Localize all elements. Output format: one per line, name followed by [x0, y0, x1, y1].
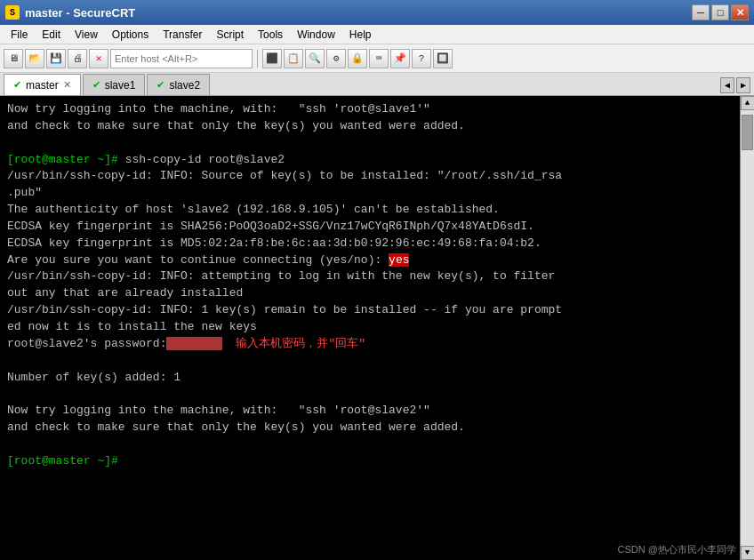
toolbar-copy-btn[interactable]: ⬛ — [262, 49, 282, 68]
toolbar-paste-btn[interactable]: 📋 — [284, 49, 303, 68]
menu-tools[interactable]: Tools — [251, 27, 290, 43]
watermark: CSDN @热心市民小李同学 — [618, 543, 736, 556]
menu-transfer[interactable]: Transfer — [156, 27, 209, 43]
tab-slave1[interactable]: ✔ slave1 — [83, 74, 146, 95]
toolbar-btn5[interactable]: ✕ — [89, 49, 108, 68]
close-button[interactable]: ✕ — [731, 4, 749, 20]
scrollbar-thumb[interactable] — [742, 115, 753, 150]
menu-view[interactable]: View — [68, 27, 105, 43]
scrollbar-down-btn[interactable]: ▼ — [741, 546, 755, 560]
maximize-button[interactable]: □ — [711, 4, 729, 20]
toolbar-btn-a[interactable]: 🔒 — [348, 49, 367, 68]
scrollbar-up-btn[interactable]: ▲ — [741, 96, 755, 110]
tab-next-btn[interactable]: ▶ — [736, 77, 750, 93]
tab-slave2[interactable]: ✔ slave2 — [147, 74, 210, 95]
tab-slave2-label: slave2 — [169, 79, 200, 92]
window-title: master - SecureCRT — [25, 6, 692, 20]
menu-bar: File Edit View Options Transfer Script T… — [0, 25, 754, 44]
toolbar-btn3[interactable]: 💾 — [46, 49, 66, 68]
minimize-button[interactable]: ─ — [692, 4, 710, 20]
toolbar-btn-e[interactable]: 🔲 — [433, 49, 453, 68]
tabs-bar: ✔ master ✕ ✔ slave1 ✔ slave2 ◀ ▶ — [0, 73, 754, 96]
toolbar-open-btn[interactable]: 📂 — [25, 49, 44, 68]
menu-file[interactable]: File — [4, 27, 35, 43]
tab-navigation: ◀ ▶ — [720, 77, 750, 95]
menu-window[interactable]: Window — [290, 27, 342, 43]
terminal[interactable]: Now try logging into the machine, with: … — [0, 96, 740, 560]
scrollbar-track[interactable] — [741, 110, 754, 546]
tab-slave2-check: ✔ — [156, 79, 164, 91]
title-bar: S master - SecureCRT ─ □ ✕ — [0, 0, 754, 25]
tab-master-label: master — [26, 79, 59, 92]
tab-master[interactable]: ✔ master ✕ — [4, 74, 81, 95]
toolbar-btn4[interactable]: 🖨 — [68, 49, 87, 68]
tab-slave1-check: ✔ — [92, 79, 100, 91]
menu-options[interactable]: Options — [105, 27, 156, 43]
tab-master-close[interactable]: ✕ — [63, 79, 71, 91]
toolbar-btn-d[interactable]: ? — [412, 49, 431, 68]
menu-edit[interactable]: Edit — [35, 27, 68, 43]
terminal-content: Now try logging into the machine, with: … — [7, 102, 562, 468]
toolbar: 🖥 📂 💾 🖨 ✕ ⬛ 📋 🔍 ⚙ 🔒 ⌨ 📌 ? 🔲 — [0, 44, 754, 73]
app-icon: S — [5, 5, 20, 20]
menu-help[interactable]: Help — [342, 27, 379, 43]
terminal-wrapper: Now try logging into the machine, with: … — [0, 96, 754, 560]
toolbar-find-btn[interactable]: 🔍 — [305, 49, 325, 68]
menu-script[interactable]: Script — [209, 27, 251, 43]
scrollbar[interactable]: ▲ ▼ — [740, 96, 754, 560]
host-input[interactable] — [110, 49, 253, 68]
toolbar-icon-group: ⬛ 📋 🔍 ⚙ 🔒 ⌨ 📌 ? 🔲 — [262, 49, 453, 68]
toolbar-settings-btn[interactable]: ⚙ — [326, 49, 346, 68]
window-controls: ─ □ ✕ — [692, 4, 749, 20]
tab-master-check: ✔ — [13, 79, 21, 91]
tab-prev-btn[interactable]: ◀ — [720, 77, 734, 93]
toolbar-btn-c[interactable]: 📌 — [390, 49, 410, 68]
toolbar-separator — [257, 50, 258, 68]
tab-slave1-label: slave1 — [105, 79, 136, 92]
toolbar-new-btn[interactable]: 🖥 — [4, 49, 23, 68]
toolbar-btn-b[interactable]: ⌨ — [369, 49, 389, 68]
